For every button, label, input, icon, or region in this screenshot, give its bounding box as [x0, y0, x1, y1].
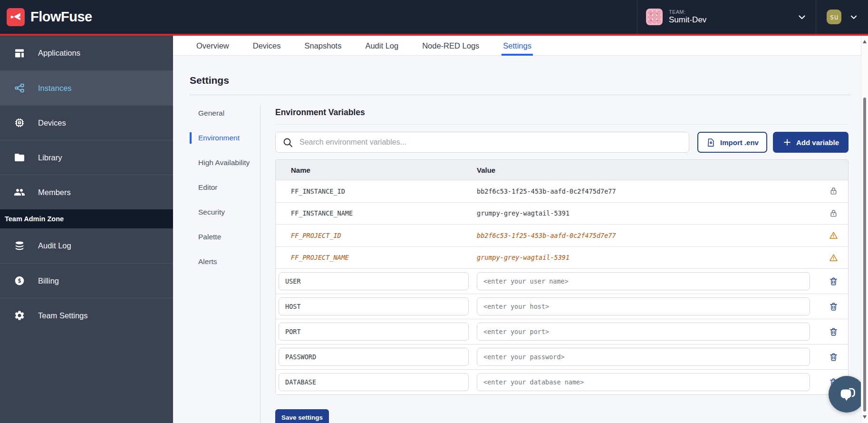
- subnav-palette[interactable]: Palette: [190, 231, 252, 243]
- chevron-down-icon: [797, 12, 807, 22]
- env-variables-table: Name Value FF_INSTANCE_ID bb2f6c53-1f25-…: [275, 159, 849, 395]
- page-title: Settings: [190, 75, 868, 86]
- environment-panel: Environment Variables: [275, 105, 849, 423]
- tab-overview[interactable]: Overview: [195, 36, 231, 56]
- tab-settings[interactable]: Settings: [502, 36, 533, 56]
- sidebar-item-billing[interactable]: $ Billing: [0, 263, 173, 298]
- page-scrollbar[interactable]: [861, 36, 868, 423]
- env-var-name: FF_INSTANCE_NAME: [276, 209, 477, 217]
- flowfuse-mark-icon: [10, 11, 22, 23]
- sidebar-item-label: Members: [38, 188, 71, 197]
- env-var-name-input[interactable]: [279, 272, 469, 290]
- team-name: Sumit-Dev: [669, 15, 706, 25]
- page-title-divider: [190, 95, 851, 95]
- table-row: FF_PROJECT_ID bb2f6c53-1f25-453b-aafd-0c…: [276, 224, 848, 246]
- brand-logo[interactable]: FlowFuse: [0, 8, 92, 26]
- env-var-value: grumpy-grey-wagtail-5391: [477, 254, 819, 261]
- team-selector[interactable]: TEAM: Sumit-Dev: [637, 0, 816, 34]
- scrollbar-down-arrow-icon[interactable]: [863, 415, 867, 419]
- column-header-value: Value: [477, 166, 819, 174]
- env-var-value: grumpy-grey-wagtail-5391: [477, 209, 819, 217]
- search-input[interactable]: [299, 138, 682, 147]
- column-header-name: Name: [276, 166, 477, 174]
- env-var-name: FF_INSTANCE_ID: [276, 187, 477, 195]
- env-var-name-input[interactable]: [279, 297, 469, 315]
- trash-icon[interactable]: [829, 352, 839, 362]
- tab-node-red-logs[interactable]: Node-RED Logs: [421, 36, 481, 56]
- warning-icon: [829, 253, 839, 263]
- tab-audit-log[interactable]: Audit Log: [364, 36, 400, 56]
- env-var-value-input[interactable]: [477, 323, 810, 341]
- chat-widget-button[interactable]: [829, 376, 865, 413]
- import-env-button[interactable]: Import .env: [697, 132, 767, 153]
- env-var-value: bb2f6c53-1f25-453b-aafd-0c2f475d7e77: [477, 232, 819, 239]
- table-row-editable: [276, 369, 848, 394]
- table-row-editable: [276, 344, 848, 369]
- table-row-editable: [276, 294, 848, 319]
- sidebar-item-label: Instances: [38, 84, 72, 93]
- search-icon: [282, 137, 293, 148]
- top-header: FlowFuse TEAM: Sumit-Dev su: [0, 0, 868, 34]
- env-var-name: FF_PROJECT_ID: [276, 232, 477, 239]
- trash-icon[interactable]: [829, 327, 839, 337]
- chip-icon: [14, 117, 25, 128]
- settings-subnav: General Environment High Availability Ed…: [190, 105, 260, 423]
- sidebar: Applications Instances Devices Library: [0, 36, 173, 423]
- table-row-editable: [276, 268, 848, 294]
- sidebar-item-label: Team Settings: [38, 311, 88, 320]
- header-accent-line: [0, 34, 868, 36]
- tab-devices[interactable]: Devices: [251, 36, 282, 56]
- env-var-name-input[interactable]: [279, 348, 469, 366]
- table-row: FF_INSTANCE_NAME grumpy-grey-wagtail-539…: [276, 202, 848, 225]
- env-var-name-input[interactable]: [279, 373, 469, 391]
- env-var-value-input[interactable]: [477, 373, 810, 391]
- sidebar-item-devices[interactable]: Devices: [0, 105, 173, 140]
- sidebar-item-team-settings[interactable]: Team Settings: [0, 298, 173, 333]
- sidebar-item-applications[interactable]: Applications: [0, 36, 173, 70]
- env-var-name-input[interactable]: [279, 323, 469, 341]
- subnav-alerts[interactable]: Alerts: [190, 256, 252, 267]
- database-icon: [14, 240, 25, 252]
- search-box: [275, 132, 689, 153]
- users-icon: [14, 187, 25, 198]
- folder-icon: [14, 152, 25, 163]
- add-variable-label: Add variable: [796, 138, 839, 147]
- tab-snapshots[interactable]: Snapshots: [303, 36, 343, 56]
- trash-icon[interactable]: [829, 276, 839, 286]
- scrollbar-thumb[interactable]: [863, 98, 866, 412]
- table-header: Name Value: [276, 160, 848, 180]
- team-admin-zone-label: Team Admin Zone: [0, 209, 173, 228]
- add-variable-button[interactable]: Add variable: [773, 132, 849, 153]
- env-var-value-input[interactable]: [477, 297, 810, 315]
- brand-name: FlowFuse: [30, 9, 92, 25]
- subnav-high-availability[interactable]: High Availability: [190, 157, 252, 168]
- trash-icon[interactable]: [829, 302, 839, 312]
- env-var-value-input[interactable]: [477, 272, 810, 290]
- env-var-name: FF_PROJECT_NAME: [276, 254, 477, 261]
- user-menu[interactable]: su: [816, 0, 868, 34]
- plus-icon: [782, 138, 792, 147]
- import-file-icon: [706, 138, 716, 148]
- sidebar-item-label: Audit Log: [38, 241, 71, 250]
- subnav-general[interactable]: General: [190, 108, 252, 119]
- env-toolbar: Import .env Add variable: [275, 132, 849, 153]
- gear-icon: [14, 310, 25, 321]
- subnav-editor[interactable]: Editor: [190, 182, 252, 193]
- sidebar-item-members[interactable]: Members: [0, 175, 173, 209]
- instance-tabs: Overview Devices Snapshots Audit Log Nod…: [173, 36, 868, 56]
- env-var-value-input[interactable]: [477, 348, 810, 366]
- app-window: FlowFuse TEAM: Sumit-Dev su: [0, 0, 868, 423]
- header-right: TEAM: Sumit-Dev su: [637, 0, 868, 34]
- scrollbar-up-arrow-icon[interactable]: [863, 40, 867, 43]
- lock-icon: [829, 186, 839, 196]
- import-env-label: Import .env: [720, 138, 759, 147]
- subnav-security[interactable]: Security: [190, 207, 252, 218]
- env-var-value: bb2f6c53-1f25-453b-aafd-0c2f475d7e77: [477, 187, 819, 195]
- sidebar-item-library[interactable]: Library: [0, 140, 173, 175]
- sidebar-item-audit-log[interactable]: Audit Log: [0, 228, 173, 263]
- subnav-environment[interactable]: Environment: [190, 132, 252, 144]
- user-avatar: su: [827, 10, 841, 24]
- sidebar-item-instances[interactable]: Instances: [0, 70, 173, 105]
- table-row: FF_INSTANCE_ID bb2f6c53-1f25-453b-aafd-0…: [276, 180, 848, 202]
- save-settings-button[interactable]: Save settings: [275, 409, 329, 423]
